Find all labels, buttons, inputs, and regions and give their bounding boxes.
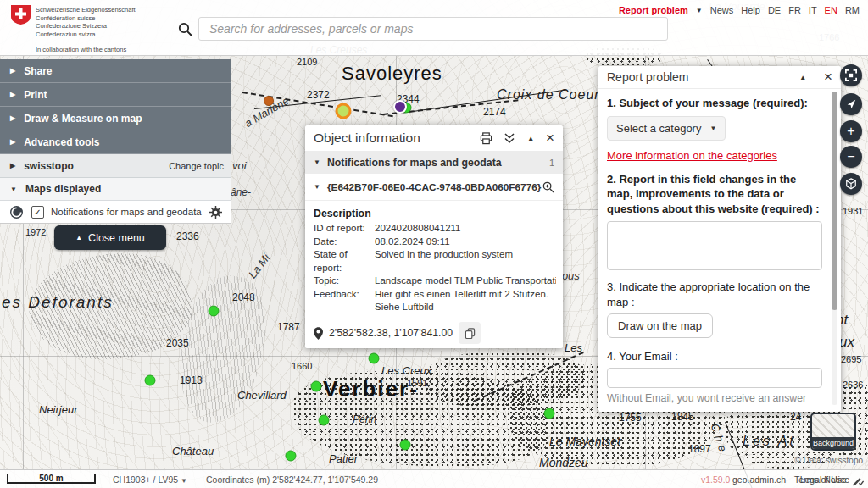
map-marker-green[interactable] [369, 353, 380, 364]
map-label: es Déforants [2, 293, 114, 312]
lang-en-active[interactable]: EN [825, 5, 837, 15]
chevron-down-icon: ▼ [181, 477, 187, 485]
map-label: 1913 [180, 374, 203, 386]
sidebar-topic-row[interactable]: ▶ swisstopo Change topic [0, 154, 231, 178]
map-marker-green[interactable] [400, 440, 411, 451]
search-input[interactable] [198, 17, 668, 41]
minimize-icon[interactable]: ▲ [526, 134, 535, 143]
background-selector[interactable]: Background [810, 413, 856, 451]
description-row: ID of report: 2024020808041211 [314, 222, 556, 236]
map-marker-purple[interactable] [393, 100, 407, 114]
maps-displayed-row[interactable]: ▼ Maps displayed [0, 178, 231, 201]
map-marker-lime[interactable] [336, 103, 352, 119]
maps-displayed-label: Maps displayed [25, 183, 101, 195]
description-row: Topic: Landscape model TLM Public Transp… [314, 274, 556, 288]
zoom-out-button[interactable]: − [840, 146, 862, 168]
description-row: Date: 08.02.2024 09:11 [314, 236, 556, 249]
sidebar-item-advanced-tools[interactable]: ▶ Advanced tools [0, 130, 231, 154]
chevron-down-icon: ▼ [314, 183, 320, 191]
search-icon [178, 22, 192, 36]
map-label: 2636 [843, 380, 863, 390]
object-info-title: Object information [314, 130, 469, 146]
map-marker-green[interactable] [286, 451, 297, 462]
sidebar-item-print[interactable]: ▶ Print [0, 83, 231, 107]
sidebar-item-label: Draw & Measure on map [24, 113, 142, 125]
help-link[interactable]: Help [741, 5, 760, 15]
map-label: 1931 [843, 206, 863, 216]
lang-rm[interactable]: RM [845, 5, 860, 15]
map-marker-green[interactable] [544, 408, 555, 419]
group-count: 1 [549, 158, 554, 168]
description-title: Description [314, 208, 556, 219]
close-menu-label: Close menu [88, 232, 145, 244]
category-info-link[interactable]: More information on the categories [607, 149, 822, 162]
logo-line: Schweizerische Eidgenossenschaft [36, 6, 136, 14]
report-panel-title: Report problem [607, 70, 798, 84]
layer-label: Notifications for maps and geodata [51, 207, 209, 217]
change-topic-link[interactable]: Change topic [169, 161, 224, 171]
draw-check-icon[interactable] [852, 474, 865, 486]
map-label: Croix de Coeur [497, 87, 600, 103]
chevron-down-icon: ▼ [709, 125, 716, 132]
map-label: 24 [790, 411, 801, 423]
map-marker-orange[interactable] [264, 96, 274, 106]
layer-row: ✓ Notifications for maps and geodata [0, 201, 231, 224]
sidebar-item-draw-measure[interactable]: ▶ Draw & Measure on map [0, 107, 231, 130]
description-row: Feedback: Hier gibt es einen Tellerlift … [314, 288, 556, 314]
object-info-group-row[interactable]: ▼ Notifications for maps and geodata 1 [305, 151, 563, 174]
object-info-header[interactable]: Object information ▲ × [305, 125, 563, 151]
lang-fr[interactable]: FR [788, 5, 801, 15]
map-label: 2035 [166, 337, 189, 349]
print-icon[interactable] [480, 132, 492, 145]
news-link[interactable]: News [710, 5, 734, 15]
projection-select[interactable]: CH1903+ / LV95 ▼ [113, 474, 187, 485]
zoom-in-button[interactable]: + [840, 120, 862, 142]
fullscreen-button[interactable] [840, 64, 862, 86]
minimize-icon[interactable]: ▲ [798, 73, 807, 82]
report-problem-link[interactable]: Report problem [619, 5, 688, 15]
toggle-3d-button[interactable] [840, 173, 862, 195]
close-icon[interactable]: × [824, 72, 832, 82]
chevron-up-icon: ▲ [75, 234, 82, 241]
draw-on-map-button[interactable]: Draw on the map [607, 313, 713, 338]
sidebar-item-share[interactable]: ▶ Share [0, 59, 231, 83]
email-field[interactable] [607, 368, 822, 388]
object-info-feature-row[interactable]: ▼ {E642B70F-06E0-4CAC-9748-0BDA060F6776} [305, 174, 563, 201]
coordinates-value: 2'582'582.38, 1'107'841.00 [329, 327, 453, 339]
collapse-all-icon[interactable] [504, 132, 515, 144]
zoom-to-feature-icon[interactable] [542, 181, 554, 193]
header-links: Report problem ▼ News Help DE FR IT EN R… [619, 5, 860, 15]
message-textarea[interactable] [607, 221, 822, 270]
map-marker-green[interactable] [319, 415, 330, 426]
scrollbar-thumb[interactable] [832, 92, 837, 310]
map-marker-green[interactable] [311, 381, 322, 392]
map-marker-green[interactable] [209, 306, 220, 317]
lang-it[interactable]: IT [809, 5, 817, 15]
layer-visibility-checkbox[interactable]: ✓ [31, 206, 44, 219]
report-panel-header[interactable]: Report problem ▲ × [598, 66, 841, 89]
geoadmin-link[interactable]: geo.admin.ch [732, 474, 786, 485]
close-icon[interactable]: × [546, 133, 554, 143]
app-version: v1.59.0 [701, 474, 730, 485]
group-label: Notifications for maps and geodata [327, 157, 549, 169]
chevron-down-icon: ▼ [696, 7, 703, 14]
category-select[interactable]: Select a category ▼ [607, 116, 726, 141]
chevron-right-icon: ▶ [10, 162, 15, 169]
map-marker-green[interactable] [145, 375, 156, 386]
object-info-description: Description ID of report: 20240208080412… [305, 204, 563, 314]
category-select-value: Select a category [616, 122, 701, 135]
projection-value: CH1903+ / LV95 [113, 474, 178, 485]
email-note: Without Email, you wont receive an answe… [607, 392, 822, 404]
lang-de[interactable]: DE [768, 5, 781, 15]
close-menu-button[interactable]: ▲ Close menu [54, 225, 166, 250]
layer-settings-gear-icon[interactable] [209, 206, 222, 219]
geolocation-button[interactable] [840, 93, 862, 115]
scale-label: 500 m [39, 474, 63, 483]
sidebar-item-label: Advanced tools [24, 136, 99, 148]
map-label: voi [232, 159, 247, 172]
copy-coordinates-button[interactable] [459, 322, 481, 344]
scale-bar: 500 m [7, 474, 96, 484]
field-value: Hier gibt es einen Tellerlift mit 2 Stüt… [375, 288, 556, 314]
map-label: Les [565, 341, 582, 354]
chevron-right-icon: ▶ [10, 91, 15, 98]
